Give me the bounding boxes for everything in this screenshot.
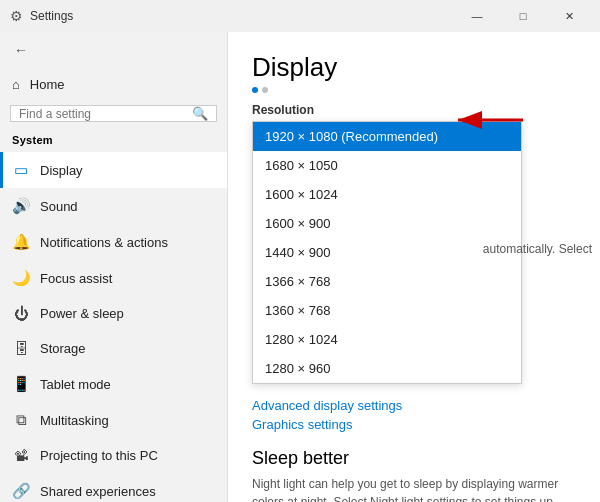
sidebar-item-projecting-label: Projecting to this PC [40, 448, 158, 463]
resolution-option-4[interactable]: 1440 × 900 [253, 238, 521, 267]
search-icon[interactable]: 🔍 [192, 106, 208, 121]
sidebar-item-storage-label: Storage [40, 341, 86, 356]
resolution-option-3[interactable]: 1600 × 900 [253, 209, 521, 238]
main-layout: ← ⌂ Home 🔍 System ▭ Display 🔊 Sound 🔔 No… [0, 32, 600, 502]
power-icon: ⏻ [12, 305, 30, 322]
resolution-label: Resolution [252, 103, 576, 117]
home-label: Home [30, 77, 65, 92]
sidebar-item-focus-label: Focus assist [40, 271, 112, 286]
dot-1 [252, 87, 258, 93]
page-title: Display [252, 52, 576, 83]
resolution-dropdown[interactable]: 1920 × 1080 (Recommended) 1680 × 1050 16… [252, 121, 522, 384]
sleep-section-title: Sleep better [252, 448, 576, 469]
sidebar-item-sound[interactable]: 🔊 Sound [0, 188, 227, 224]
sidebar-item-display[interactable]: ▭ Display [0, 152, 227, 188]
sidebar-item-home[interactable]: ⌂ Home [0, 68, 227, 101]
dot-2 [262, 87, 268, 93]
content-area: Display Resolution 1920 × 1080 (Recommen… [228, 32, 600, 502]
sidebar-item-shared[interactable]: 🔗 Shared experiences [0, 473, 227, 502]
search-input[interactable] [19, 107, 192, 121]
sidebar-item-sound-label: Sound [40, 199, 78, 214]
focus-icon: 🌙 [12, 269, 30, 287]
side-text: automatically. Select [483, 242, 592, 256]
sidebar-item-shared-label: Shared experiences [40, 484, 156, 499]
maximize-button[interactable]: □ [500, 0, 546, 32]
sidebar-nav-top: ← [0, 32, 227, 68]
resolution-option-8[interactable]: 1280 × 960 [253, 354, 521, 383]
window-controls: — □ ✕ [454, 0, 592, 32]
sidebar-item-power[interactable]: ⏻ Power & sleep [0, 296, 227, 331]
sidebar-item-storage[interactable]: 🗄 Storage [0, 331, 227, 366]
sidebar-item-notifications[interactable]: 🔔 Notifications & actions [0, 224, 227, 260]
sidebar-item-multitasking-label: Multitasking [40, 413, 109, 428]
storage-icon: 🗄 [12, 340, 30, 357]
sleep-section-desc: Night light can help you get to sleep by… [252, 475, 562, 502]
sidebar: ← ⌂ Home 🔍 System ▭ Display 🔊 Sound 🔔 No… [0, 32, 228, 502]
sidebar-section-label: System [0, 130, 227, 152]
sidebar-item-notifications-label: Notifications & actions [40, 235, 168, 250]
search-box[interactable]: 🔍 [10, 105, 217, 122]
resolution-list: 1920 × 1080 (Recommended) 1680 × 1050 16… [252, 121, 522, 384]
settings-icon: ⚙ [8, 8, 24, 24]
sound-icon: 🔊 [12, 197, 30, 215]
sidebar-item-tablet[interactable]: 📱 Tablet mode [0, 366, 227, 402]
home-icon: ⌂ [12, 77, 20, 92]
sidebar-item-focus[interactable]: 🌙 Focus assist [0, 260, 227, 296]
back-button[interactable]: ← [10, 40, 32, 60]
page-dots [252, 87, 576, 93]
advanced-display-link[interactable]: Advanced display settings [252, 398, 576, 413]
minimize-button[interactable]: — [454, 0, 500, 32]
resolution-option-5[interactable]: 1366 × 768 [253, 267, 521, 296]
graphics-settings-link[interactable]: Graphics settings [252, 417, 576, 432]
resolution-option-0[interactable]: 1920 × 1080 (Recommended) [253, 122, 521, 151]
tablet-icon: 📱 [12, 375, 30, 393]
notifications-icon: 🔔 [12, 233, 30, 251]
resolution-option-2[interactable]: 1600 × 1024 [253, 180, 521, 209]
resolution-option-6[interactable]: 1360 × 768 [253, 296, 521, 325]
sidebar-item-power-label: Power & sleep [40, 306, 124, 321]
projecting-icon: 📽 [12, 447, 30, 464]
shared-icon: 🔗 [12, 482, 30, 500]
resolution-option-7[interactable]: 1280 × 1024 [253, 325, 521, 354]
titlebar: ⚙ Settings — □ ✕ [0, 0, 600, 32]
close-button[interactable]: ✕ [546, 0, 592, 32]
display-icon: ▭ [12, 161, 30, 179]
sidebar-item-display-label: Display [40, 163, 83, 178]
sidebar-item-projecting[interactable]: 📽 Projecting to this PC [0, 438, 227, 473]
sidebar-item-multitasking[interactable]: ⧉ Multitasking [0, 402, 227, 438]
titlebar-title: Settings [30, 9, 454, 23]
multitasking-icon: ⧉ [12, 411, 30, 429]
sidebar-item-tablet-label: Tablet mode [40, 377, 111, 392]
resolution-option-1[interactable]: 1680 × 1050 [253, 151, 521, 180]
